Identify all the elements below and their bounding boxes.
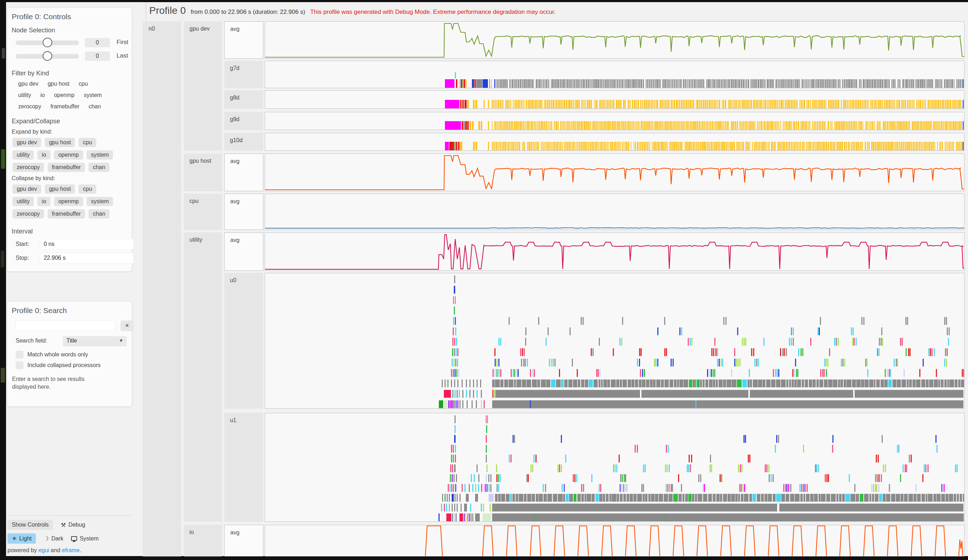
controls-panel: Profile 0: Controls Node Selection 0 Fir…: [7, 7, 132, 272]
interval-start-input[interactable]: 0 ns: [40, 239, 134, 250]
cell-label: u1: [230, 417, 236, 424]
sub-cell-g10d[interactable]: g10d: [224, 133, 264, 151]
and-text: and: [49, 547, 62, 553]
collapse-kind-row: utilityioopenmpsystem: [12, 197, 127, 206]
sub-cell-g8d[interactable]: g8d: [224, 90, 264, 109]
expand-kind-rows: gpu devgpu hostcpuutilityioopenmpsystemz…: [12, 138, 127, 172]
node-cell-n0[interactable]: n0: [143, 22, 181, 557]
cell-label: avg: [230, 158, 240, 164]
collapse-kind-zerocopy[interactable]: zerocopy: [12, 209, 44, 219]
collapse-kind-io[interactable]: io: [37, 197, 50, 206]
search-row: ×: [12, 320, 127, 331]
expand-kind-zerocopy[interactable]: zerocopy: [12, 163, 44, 172]
collapse-kind-system[interactable]: system: [87, 197, 113, 206]
cell-label: g9d: [230, 116, 240, 123]
filter-kind-gpu-dev[interactable]: gpu dev: [18, 81, 38, 87]
kind-cell-io[interactable]: io: [184, 525, 222, 557]
filter-kind-cpu[interactable]: cpu: [78, 81, 88, 87]
collapse-kind-row: zerocopyframebufferchan: [12, 209, 127, 219]
expand-kind-utility[interactable]: utility: [12, 150, 34, 159]
collapse-kind-cpu[interactable]: cpu: [78, 184, 96, 194]
sub-cell-g9d[interactable]: g9d: [224, 112, 264, 130]
filter-kind-utility[interactable]: utility: [18, 92, 31, 98]
sub-cell-utility-avg[interactable]: avg: [224, 232, 264, 271]
chart-g8d[interactable]: [265, 90, 965, 109]
interval-start-label: Start:: [16, 241, 29, 247]
expand-kind-gpu-host[interactable]: gpu host: [45, 138, 75, 147]
kind-cell-gpu-host[interactable]: gpu host: [184, 154, 222, 191]
chart-g9d[interactable]: [265, 112, 965, 130]
egui-link[interactable]: egui: [38, 547, 49, 553]
include-collapsed-checkbox[interactable]: [16, 361, 23, 369]
collapse-kind-openmp[interactable]: openmp: [54, 197, 83, 206]
theme-light-label: Light: [19, 535, 31, 542]
debug-button[interactable]: ⚒ Debug: [61, 522, 85, 529]
collapse-kind-gpu-host[interactable]: gpu host: [45, 184, 75, 194]
filter-kind-openmp[interactable]: openmp: [54, 92, 75, 98]
expand-kind-cpu[interactable]: cpu: [78, 138, 96, 147]
collapse-kind-utility[interactable]: utility: [12, 197, 34, 206]
chart-gpudev-avg[interactable]: [265, 22, 965, 59]
period-text: .: [80, 547, 81, 553]
sub-cell-g7d[interactable]: g7d: [224, 61, 264, 88]
filter-kind-io[interactable]: io: [40, 92, 45, 98]
expand-kind-row: zerocopyframebufferchan: [12, 163, 127, 172]
powered-by-line: powered by egui and eframe.: [7, 547, 135, 553]
search-field-dropdown[interactable]: Title ▼: [63, 336, 127, 346]
cell-label: avg: [230, 237, 240, 244]
theme-system-label: System: [80, 535, 98, 542]
expand-kind-framebuffer[interactable]: framebuffer: [48, 163, 85, 172]
eframe-link[interactable]: eframe: [62, 547, 80, 553]
cell-label: avg: [230, 198, 240, 205]
filter-kind-gpu-host[interactable]: gpu host: [48, 81, 69, 87]
collapse-kind-rows: gpu devgpu hostcpuutilityioopenmpsystemz…: [12, 184, 127, 219]
sub-cell-u1[interactable]: u1: [224, 413, 264, 522]
theme-dark-button[interactable]: ☽ Dark: [44, 535, 63, 542]
node-last-value[interactable]: 0: [85, 51, 110, 61]
sub-cell-gpuhost-avg[interactable]: avg: [224, 154, 264, 191]
search-clear-button[interactable]: ×: [121, 320, 134, 331]
chart-u1[interactable]: [265, 413, 965, 522]
main-header: Profile 0 from 0.000 to 22.906 s (durati…: [149, 5, 556, 17]
expand-kind-io[interactable]: io: [37, 150, 50, 159]
cell-label: gpu host: [189, 158, 214, 164]
chart-g7d[interactable]: [265, 61, 965, 88]
filter-kind-framebuffer[interactable]: framebuffer: [50, 103, 80, 110]
node-first-value[interactable]: 0: [85, 38, 110, 47]
moon-icon: ☽: [44, 535, 49, 542]
collapse-kind-chan[interactable]: chan: [88, 209, 109, 219]
sub-cell-io-avg[interactable]: avg: [224, 525, 264, 557]
chart-g10d[interactable]: [265, 133, 965, 151]
expand-kind-chan[interactable]: chan: [88, 163, 109, 172]
filter-kind-chan[interactable]: chan: [88, 103, 101, 110]
chart-utility-avg[interactable]: [265, 232, 965, 271]
chart-cpu-avg[interactable]: [265, 194, 965, 230]
theme-system-button[interactable]: System: [71, 535, 98, 542]
filter-kind-system[interactable]: system: [84, 92, 102, 98]
filter-kind-row: utilityioopenmpsystem: [12, 92, 127, 98]
kind-cell-cpu[interactable]: cpu: [184, 194, 222, 230]
expand-kind-system[interactable]: system: [87, 150, 113, 159]
filter-kind-zerocopy[interactable]: zerocopy: [18, 103, 41, 110]
search-input[interactable]: [16, 320, 115, 331]
sub-cell-gpudev-avg[interactable]: avg: [224, 22, 264, 59]
expand-kind-gpu-dev[interactable]: gpu dev: [12, 138, 41, 147]
sub-cell-cpu-avg[interactable]: avg: [224, 194, 264, 230]
node-last-slider-knob[interactable]: [43, 51, 52, 61]
kind-cell-gpu-dev[interactable]: gpu dev: [184, 22, 222, 151]
match-whole-words-checkbox[interactable]: [16, 351, 23, 358]
filter-kind-row: zerocopyframebufferchan: [12, 103, 127, 110]
chart-io-avg[interactable]: [265, 525, 965, 557]
node-first-slider-knob[interactable]: [43, 38, 52, 47]
interval-stop-input[interactable]: 22.906 s: [40, 253, 134, 263]
collapse-kind-gpu-dev[interactable]: gpu dev: [12, 184, 41, 194]
expand-kind-openmp[interactable]: openmp: [54, 150, 83, 159]
theme-light-button[interactable]: ☀ Light: [7, 533, 36, 543]
collapse-kind-framebuffer[interactable]: framebuffer: [48, 209, 85, 219]
kind-cell-utility[interactable]: utility: [184, 232, 222, 522]
sub-cell-u0[interactable]: u0: [224, 273, 264, 409]
app-window: Profile 0: Controls Node Selection 0 Fir…: [6, 2, 968, 556]
chart-u0[interactable]: [265, 273, 965, 409]
show-controls-button[interactable]: Show Controls: [7, 520, 53, 530]
chart-gpuhost-avg[interactable]: [265, 154, 965, 191]
